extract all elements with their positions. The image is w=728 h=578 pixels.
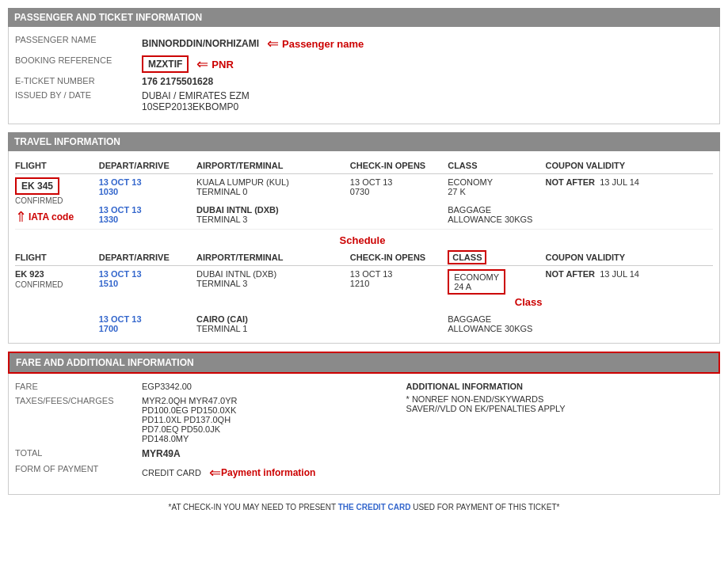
col2-coupon: COUPON VALIDITY: [546, 249, 713, 266]
flight2-class-box: ECONOMY 24 A: [448, 269, 505, 295]
payment-value-container: CREDIT CARD ⇐ Payment information: [142, 464, 315, 481]
flight1-row2: 13 OCT 13 1330 DUBAI INTNL (DXB) TERMINA…: [15, 202, 713, 230]
flight2-not-after-label: NOT AFTER: [546, 269, 596, 279]
taxes-line2: PD100.0EG PD150.0XK: [142, 405, 237, 415]
flight2-checkin-date: 13 OCT 13: [350, 269, 393, 279]
flight2-terminal1: TERMINAL 3: [196, 279, 247, 288]
col2-airport: AIRPORT/TERMINAL: [196, 249, 350, 266]
footer-note: *AT CHECK-IN YOU MAY NEED TO PRESENT THE…: [8, 503, 720, 511]
issued-value: DUBAI / EMIRATES EZM 10SEP2013EKBOMP0: [142, 90, 250, 112]
flight1-airport1: KUALA LUMPUR (KUL) TERMINAL 0: [196, 174, 350, 202]
flight2-airport2-name: CAIRO (CAI): [196, 314, 248, 324]
flight1-checkin-empty: [350, 202, 448, 230]
flight2-checkin-time: 1210: [350, 279, 369, 288]
col-coupon: COUPON VALIDITY: [546, 158, 713, 174]
travel-section: TRAVEL INFORMATION FLIGHT DEPART/ARRIVE …: [8, 132, 720, 344]
payment-annotation-container: ⇐ Payment information: [209, 464, 315, 481]
arrow-pnr-icon: ⇐: [196, 55, 208, 73]
fare-section-header: FARE AND ADDITIONAL INFORMATION: [8, 352, 720, 374]
flight1-checkin-time: 0730: [350, 187, 369, 196]
passenger-name-annotation: ⇐ Passenger name: [267, 35, 364, 52]
flight2-airport2: CAIRO (CAI) TERMINAL 1: [196, 311, 350, 337]
flight2-row1: EK 923 CONFIRMED 13 OCT 13 1510 DUBAI IN…: [15, 266, 713, 312]
flight2-baggage-label: BAGGAGE: [448, 314, 491, 324]
col-checkin: CHECK-IN OPENS: [350, 158, 448, 174]
col2-depart: DEPART/ARRIVE: [99, 249, 196, 266]
footer-prefix: *AT CHECK-IN YOU MAY NEED TO PRESENT: [169, 503, 338, 511]
flight2-airport1: DUBAI INTNL (DXB) TERMINAL 3: [196, 266, 350, 312]
flight1-number-cell: EK 345 CONFIRMED ⇑ IATA code: [15, 174, 99, 230]
flight2-airport1-name: DUBAI INTNL (DXB): [196, 269, 276, 279]
flight1-not-after-date: 13 JUL 14: [600, 177, 639, 187]
flight2-depart2-date: 13 OCT 13: [99, 314, 142, 324]
fare-row: FARE EGP3342.00: [15, 382, 391, 391]
travel-table-1: FLIGHT DEPART/ARRIVE AIRPORT/TERMINAL CH…: [15, 158, 713, 337]
total-row: TOTAL MYR49A: [15, 448, 391, 459]
flight1-iata-annotation: ⇑ IATA code: [15, 208, 96, 226]
eticket-value: 176 2175501628: [142, 76, 213, 87]
col2-checkin: CHECK-IN OPENS: [350, 249, 448, 266]
issued-line1: DUBAI / EMIRATES EZM: [142, 90, 250, 101]
flight1-not-after-label: NOT AFTER: [546, 177, 596, 187]
flight1-status: CONFIRMED: [15, 196, 96, 205]
payment-row: FORM OF PAYMENT CREDIT CARD ⇐ Payment in…: [15, 464, 391, 481]
flight2-number-cell: EK 923 CONFIRMED: [15, 266, 99, 337]
passenger-name-value: BINNORDDIN/NORHIZAMI: [142, 38, 259, 49]
issued-row: ISSUED BY / DATE DUBAI / EMIRATES EZM 10…: [15, 90, 713, 112]
flight2-checkin: 13 OCT 13 1210: [350, 266, 448, 312]
add-info-line2: SAVER//VLD ON EK/PENALTIES APPLY: [406, 404, 713, 413]
arrow-iata-icon: ⇑: [15, 208, 27, 226]
flight2-depart1: 13 OCT 13 1510: [99, 266, 196, 312]
footer-highlight: THE CREDIT CARD: [338, 503, 411, 511]
col-flight: FLIGHT: [15, 158, 99, 174]
flight2-row2: 13 OCT 13 1700 CAIRO (CAI) TERMINAL 1 BA…: [15, 311, 713, 337]
flight2-depart2: 13 OCT 13 1700: [99, 311, 196, 337]
passenger-name-row: PASSENGER NAME BINNORDDIN/NORHIZAMI ⇐ Pa…: [15, 35, 713, 52]
fare-label: FARE: [15, 382, 142, 391]
flight2-status: CONFIRMED: [15, 280, 96, 289]
flight1-coupon2: [546, 202, 713, 230]
flight2-not-after-date: 13 JUL 14: [600, 269, 639, 279]
flight1-coupon: NOT AFTER 13 JUL 14: [546, 174, 713, 202]
col2-flight: FLIGHT: [15, 249, 99, 266]
arrow-left-icon: ⇐: [267, 35, 279, 52]
taxes-line5: PD148.0MY: [142, 434, 237, 443]
taxes-row: TAXES/FEES/CHARGES MYR2.0QH MYR47.0YR PD…: [15, 396, 391, 443]
flight1-number-box: EK 345: [15, 177, 59, 195]
flight2-coupon2: [546, 311, 713, 337]
travel-section-header: TRAVEL INFORMATION: [8, 132, 720, 151]
arrow-payment-icon: ⇐: [209, 464, 221, 481]
flight1-allowance: ALLOWANCE 30KGS: [448, 215, 532, 224]
passenger-section: PASSENGER AND TICKET INFORMATION PASSENG…: [8, 8, 720, 124]
eticket-label: E-TICKET NUMBER: [15, 76, 142, 86]
flight2-baggage: BAGGAGE ALLOWANCE 30KGS: [448, 311, 545, 337]
flight1-airport2: DUBAI INTNL (DXB) TERMINAL 3: [196, 202, 350, 230]
taxes-line4: PD7.0EQ PD50.0JK: [142, 424, 237, 434]
flight2-class: ECONOMY 24 A Class: [448, 266, 545, 312]
flight1-class-line2: 27 K: [448, 187, 466, 196]
col2-class: CLASS: [448, 249, 545, 266]
payment-annotation-text: Payment information: [221, 467, 315, 478]
flight1-terminal2: TERMINAL 3: [196, 215, 247, 224]
flight1-checkin-date: 13 OCT 13: [350, 177, 393, 187]
flight1-terminal1: TERMINAL 0: [196, 187, 247, 196]
pnr-box: MZXTIF: [142, 55, 189, 73]
taxes-value: MYR2.0QH MYR47.0YR PD100.0EG PD150.0XK P…: [142, 396, 237, 443]
flight1-baggage-label: BAGGAGE: [448, 205, 491, 215]
schedule-annotation-row: Schedule: [15, 230, 713, 250]
flight2-checkin-empty: [350, 311, 448, 337]
issued-label: ISSUED BY / DATE: [15, 90, 142, 100]
taxes-line1: MYR2.0QH MYR47.0YR: [142, 396, 237, 405]
footer-suffix: USED FOR PAYMENT OF THIS TICKET*: [410, 503, 559, 511]
travel-header-row: FLIGHT DEPART/ARRIVE AIRPORT/TERMINAL CH…: [15, 158, 713, 174]
taxes-label: TAXES/FEES/CHARGES: [15, 396, 142, 405]
fare-left-panel: FARE EGP3342.00 TAXES/FEES/CHARGES MYR2.…: [15, 382, 391, 486]
fare-value: EGP3342.00: [142, 382, 192, 391]
flight2-class-line2: 24 A: [454, 282, 471, 291]
pnr-annotation-text: PNR: [212, 59, 233, 70]
add-info-line1: * NONREF NON-END/SKYWARDS: [406, 394, 713, 404]
passenger-name-annotation-text: Passenger name: [282, 38, 364, 50]
flight2-allowance: ALLOWANCE 30KGS: [448, 324, 532, 333]
flight1-class-line1: ECONOMY: [448, 177, 493, 187]
flight2-header-row: FLIGHT DEPART/ARRIVE AIRPORT/TERMINAL CH…: [15, 249, 713, 266]
